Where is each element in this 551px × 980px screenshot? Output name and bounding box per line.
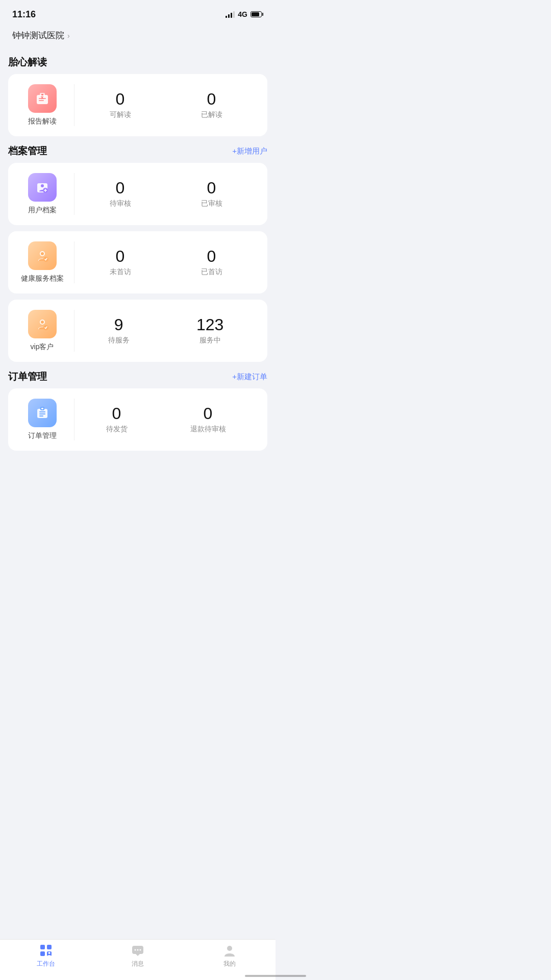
stat-visited-value: 0 [207,248,216,264]
svg-point-14 [41,321,44,324]
vip-label: vip客户 [31,342,54,352]
report-icon-circle [28,84,57,113]
stat-pending-review-label: 待审核 [110,199,131,208]
stat-refund-review-value: 0 [204,405,213,422]
health-file-icon-circle [28,241,57,270]
user-file-label: 用户档案 [28,206,57,215]
order-icon [34,405,51,421]
stat-pending-service-value: 9 [114,316,123,333]
stat-pending-ship-value: 0 [112,405,121,422]
user-file-card[interactable]: 用户档案 0 待审核 0 已审核 [8,163,267,225]
report-card[interactable]: 报告解读 0 可解读 0 已解读 [8,74,267,136]
report-icon-area: 报告解读 [18,84,74,126]
file-mgmt-section-header: 档案管理 +新增用户 [8,144,267,158]
fetal-heart-section-header: 胎心解读 [8,56,267,69]
stat-refund-review[interactable]: 0 退款待审核 [190,405,226,434]
vip-icon-area: vip客户 [18,310,74,352]
svg-rect-19 [39,415,43,416]
report-icon [34,90,51,107]
vip-stats: 9 待服务 123 服务中 [74,316,257,345]
stat-read-label: 已解读 [201,110,222,119]
stat-read[interactable]: 0 已解读 [201,91,222,119]
stat-visited-label: 已首访 [201,267,222,277]
health-file-icon-area: 健康服务档案 [18,241,74,283]
stat-readable[interactable]: 0 可解读 [110,91,131,119]
user-file-icon-circle [28,173,57,202]
order-stats: 0 待发货 0 退款待审核 [74,405,257,434]
health-file-icon [34,248,51,264]
stat-read-value: 0 [207,91,216,107]
health-file-label: 健康服务档案 [21,274,64,283]
vip-icon [34,316,51,332]
main-content: 胎心解读 报告解读 0 可解读 [0,56,276,508]
order-icon-area: 订单管理 [18,399,74,440]
health-file-card[interactable]: 健康服务档案 0 未首访 0 已首访 [8,231,267,293]
add-user-button[interactable]: +新增用户 [232,146,267,156]
fetal-heart-title: 胎心解读 [8,56,47,69]
stat-reviewed-value: 0 [207,180,216,196]
user-file-stats: 0 待审核 0 已审核 [74,180,257,208]
status-bar: 11:16 4G [0,0,276,26]
new-order-button[interactable]: +新建订单 [232,372,267,382]
svg-rect-21 [41,408,43,409]
file-mgmt-title: 档案管理 [8,144,47,158]
health-file-stats: 0 未首访 0 已首访 [74,248,257,277]
svg-rect-18 [39,413,45,414]
stat-in-service-value: 123 [196,316,223,333]
stat-pending-review[interactable]: 0 待审核 [110,180,131,208]
stat-pending-service-label: 待服务 [108,336,130,345]
stat-readable-value: 0 [116,91,125,107]
network-label: 4G [238,10,247,18]
user-file-icon [34,179,51,195]
order-mgmt-title: 订单管理 [8,370,47,383]
stat-pending-service[interactable]: 9 待服务 [108,316,130,345]
stat-visited[interactable]: 0 已首访 [201,248,222,277]
order-card[interactable]: 订单管理 0 待发货 0 退款待审核 [8,388,267,451]
stat-reviewed[interactable]: 0 已审核 [201,180,222,208]
report-stats: 0 可解读 0 已解读 [74,91,257,119]
order-mgmt-section-header: 订单管理 +新建订单 [8,370,267,383]
stat-readable-label: 可解读 [110,110,131,119]
status-time: 11:16 [12,9,36,20]
svg-rect-17 [39,411,45,412]
stat-not-visited-value: 0 [116,248,125,264]
hospital-header[interactable]: 钟钟测试医院 › [0,26,276,47]
battery-icon [251,11,263,17]
svg-point-6 [41,184,44,187]
stat-in-service-label: 服务中 [199,336,221,345]
stat-refund-review-label: 退款待审核 [190,425,226,434]
vip-icon-circle [28,310,57,338]
stat-pending-review-value: 0 [116,180,125,196]
signal-icon [226,11,235,18]
order-label: 订单管理 [28,431,57,440]
stat-reviewed-label: 已审核 [201,199,222,208]
stat-pending-ship-label: 待发货 [106,425,128,434]
user-file-icon-area: 用户档案 [18,173,74,215]
svg-rect-2 [41,94,43,95]
vip-card[interactable]: vip客户 9 待服务 123 服务中 [8,300,267,362]
svg-rect-4 [39,100,44,101]
chevron-right-icon: › [67,32,70,40]
stat-pending-ship[interactable]: 0 待发货 [106,405,128,434]
order-icon-circle [28,399,57,427]
status-icons: 4G [226,10,263,18]
report-label: 报告解读 [28,117,57,126]
stat-not-visited-label: 未首访 [110,267,131,277]
stat-in-service[interactable]: 123 服务中 [196,316,223,345]
svg-point-11 [41,252,44,255]
hospital-name: 钟钟测试医院 [12,30,64,41]
stat-not-visited[interactable]: 0 未首访 [110,248,131,277]
